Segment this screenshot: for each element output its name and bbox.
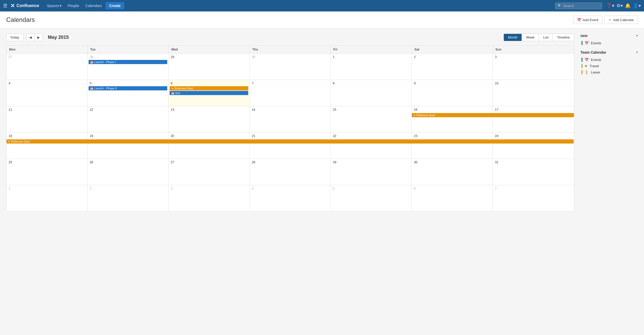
day-may16[interactable]: 16 ✈ Robinson East bbox=[412, 106, 493, 132]
today-button[interactable]: Today bbox=[6, 34, 23, 41]
calendar-header: Mon Tue Wed Thu Fri Sat Sun bbox=[7, 46, 574, 54]
nav-icons: ❓▾ ⚙▾ 🔔 👤▾ bbox=[606, 3, 641, 9]
day-may2[interactable]: 2 bbox=[412, 54, 493, 80]
day-may7[interactable]: 7 bbox=[250, 80, 331, 106]
event-robinson-east-may6[interactable]: ✈ Robinson East bbox=[170, 86, 248, 90]
day-may13[interactable]: 13 bbox=[169, 106, 250, 132]
day-may24[interactable]: 24 bbox=[493, 133, 574, 159]
day-may12[interactable]: 12 bbox=[88, 106, 169, 132]
calendar-event-icon-2: 📅 bbox=[90, 87, 93, 90]
day-may27[interactable]: 27 bbox=[169, 159, 250, 185]
search-input[interactable] bbox=[563, 4, 600, 8]
sidebar-team-travel[interactable]: ✈ Travel bbox=[580, 63, 638, 69]
day-may9[interactable]: 9 bbox=[412, 80, 493, 106]
logo[interactable]: ✕ Confluence bbox=[10, 3, 39, 9]
day-may11[interactable]: 11 bbox=[7, 106, 88, 132]
day-header-fri: Fri bbox=[331, 46, 412, 53]
sidebar-team-header[interactable]: Team Calendar ▾ bbox=[580, 50, 638, 54]
sidebar-new-arrow: ▾ bbox=[636, 34, 638, 38]
day-jun6[interactable]: 6 bbox=[412, 185, 493, 211]
team-events-icon: 📅 bbox=[585, 58, 589, 62]
day-may10[interactable]: 10 bbox=[493, 80, 574, 106]
page-actions: 📅 Add Event ＋ Add Calendar bbox=[573, 16, 638, 24]
day-may29[interactable]: 29 bbox=[169, 54, 250, 80]
top-navigation: ☰ ✕ Confluence Spaces ▾ People Calendars… bbox=[0, 0, 644, 11]
day-may28[interactable]: 28 bbox=[250, 159, 331, 185]
events-icon: 📅 bbox=[585, 41, 589, 45]
nav-calendars[interactable]: Calendars bbox=[83, 2, 104, 9]
view-month-button[interactable]: Month bbox=[504, 34, 522, 41]
add-calendar-button[interactable]: ＋ Add Calendar bbox=[604, 16, 638, 24]
week-5: 25 26 27 28 29 30 31 bbox=[7, 159, 574, 185]
view-timeline-button[interactable]: Timeline bbox=[553, 34, 574, 41]
sidebar-new-header[interactable]: new ▾ bbox=[580, 34, 638, 38]
day-header-tue: Tue bbox=[88, 46, 169, 53]
day-may8[interactable]: 8 bbox=[331, 80, 412, 106]
travel-icon-week3: ✈ bbox=[413, 114, 416, 117]
spaces-nav-item[interactable]: Spaces ▾ bbox=[47, 4, 61, 8]
day-jun1[interactable]: 1 bbox=[7, 185, 88, 211]
day-jun5[interactable]: 5 bbox=[331, 185, 412, 211]
notifications-icon[interactable]: 🔔 bbox=[625, 3, 631, 9]
week-4: 18 ✈ Robinson East 19 20 21 22 23 24 bbox=[7, 133, 574, 159]
nav-spaces[interactable]: Spaces ▾ bbox=[44, 2, 64, 9]
day-may3[interactable]: 3 bbox=[493, 54, 574, 80]
day-may15[interactable]: 15 bbox=[331, 106, 412, 132]
day-may29b[interactable]: 29 bbox=[331, 159, 412, 185]
sidebar-team-leave[interactable]: 🚶 Leave bbox=[580, 69, 638, 75]
view-buttons: Month Week List Timeline bbox=[504, 34, 574, 41]
view-list-button[interactable]: List bbox=[539, 34, 553, 41]
add-event-button[interactable]: 📅 Add Event bbox=[573, 16, 602, 24]
main-content: Today ◀ ▶ May 2015 Month Week List Timel… bbox=[0, 28, 644, 217]
day-apr27[interactable]: 27 bbox=[7, 54, 88, 80]
sidebar-new-section: new ▾ 📅 Events bbox=[580, 34, 638, 46]
hamburger-menu[interactable]: ☰ bbox=[3, 3, 7, 9]
create-button[interactable]: Create bbox=[106, 2, 124, 9]
day-may19[interactable]: 19 bbox=[88, 133, 169, 159]
day-may22[interactable]: 22 bbox=[331, 133, 412, 159]
day-header-thu: Thu bbox=[250, 46, 331, 53]
day-may31[interactable]: 31 bbox=[493, 159, 574, 185]
user-avatar[interactable]: 👤▾ bbox=[633, 3, 641, 9]
event-launch-phase-1[interactable]: 📅 Launch - Phase I bbox=[89, 60, 167, 64]
month-label: May 2015 bbox=[48, 35, 69, 40]
event-robinson-east-week3[interactable]: ✈ Robinson East bbox=[412, 113, 574, 117]
nav-people[interactable]: People bbox=[65, 2, 82, 9]
day-may6[interactable]: 6 ✈ Robinson East 📅 test bbox=[169, 80, 250, 106]
prev-button[interactable]: ◀ bbox=[27, 34, 35, 41]
day-jun7[interactable]: 7 bbox=[493, 185, 574, 211]
day-apr30[interactable]: 30 bbox=[250, 54, 331, 80]
day-apr28[interactable]: 28 📅 Launch - Phase I bbox=[88, 54, 169, 80]
sidebar-new-events[interactable]: 📅 Events bbox=[580, 40, 638, 46]
day-may21[interactable]: 21 bbox=[250, 133, 331, 159]
team-events-color-bar bbox=[581, 58, 583, 62]
page-title: Calendars bbox=[6, 16, 35, 23]
sidebar-team-events[interactable]: 📅 Events bbox=[580, 57, 638, 63]
travel-icon-may6: ✈ bbox=[171, 87, 173, 90]
day-may30[interactable]: 30 bbox=[412, 159, 493, 185]
search-bar[interactable]: 🔍 bbox=[555, 3, 602, 9]
day-may20[interactable]: 20 bbox=[169, 133, 250, 159]
confluence-logo-icon: ✕ bbox=[10, 3, 15, 9]
view-week-button[interactable]: Week bbox=[522, 34, 539, 41]
next-button[interactable]: ▶ bbox=[35, 34, 42, 41]
day-jun4[interactable]: 4 bbox=[250, 185, 331, 211]
event-test-may6[interactable]: 📅 test bbox=[170, 91, 248, 95]
travel-color-bar bbox=[581, 64, 583, 68]
day-jun3[interactable]: 3 bbox=[169, 185, 250, 211]
day-may5[interactable]: 5 📅 Launch - Phase II bbox=[88, 80, 169, 106]
settings-icon[interactable]: ⚙▾ bbox=[616, 3, 623, 9]
day-jun2[interactable]: 2 bbox=[88, 185, 169, 211]
day-may4[interactable]: 4 bbox=[7, 80, 88, 106]
calendar-event-icon: 📅 bbox=[90, 61, 93, 64]
day-may14[interactable]: 14 bbox=[250, 106, 331, 132]
day-may25[interactable]: 25 bbox=[7, 159, 88, 185]
day-may18[interactable]: 18 ✈ Robinson East bbox=[7, 133, 88, 159]
event-launch-phase-2[interactable]: 📅 Launch - Phase II bbox=[89, 86, 167, 90]
day-may1[interactable]: 1 bbox=[331, 54, 412, 80]
help-icon[interactable]: ❓▾ bbox=[606, 3, 614, 9]
day-may23[interactable]: 23 bbox=[412, 133, 493, 159]
day-may26[interactable]: 26 bbox=[88, 159, 169, 185]
event-robinson-east-week4[interactable]: ✈ Robinson East bbox=[7, 139, 574, 144]
day-may17[interactable]: 17 bbox=[493, 106, 574, 132]
